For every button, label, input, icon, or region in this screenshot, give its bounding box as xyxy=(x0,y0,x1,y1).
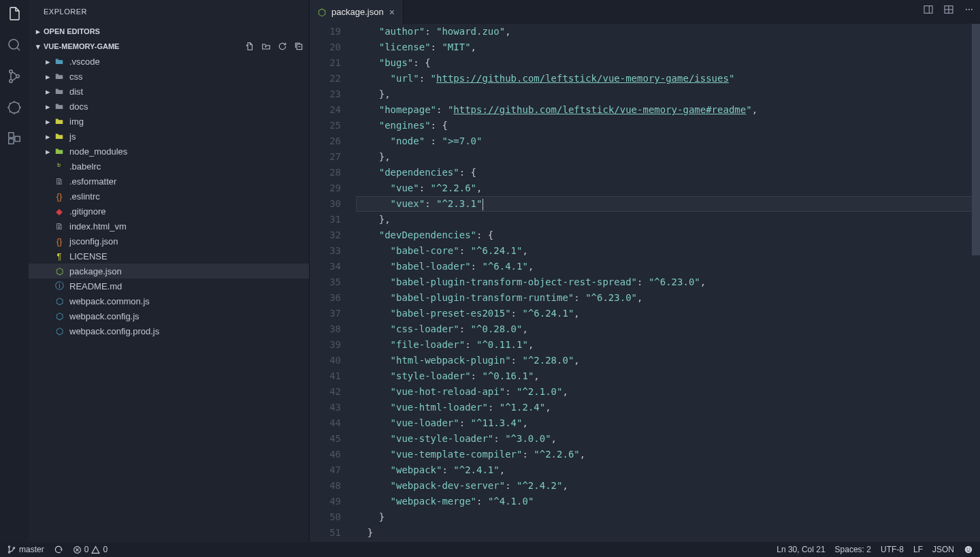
folder-icon xyxy=(53,101,65,111)
editor-area: ⬡ package.json × 19202122232425262728293… xyxy=(310,0,980,557)
problems-indicator[interactable]: 0 0 xyxy=(73,545,108,554)
file-icon: ⬡ xyxy=(53,296,65,306)
svg-point-16 xyxy=(13,547,14,549)
open-editors-section[interactable]: ▸ OPEN EDITORS xyxy=(29,24,309,39)
folder-node_modules[interactable]: ▸node_modules xyxy=(29,144,309,159)
file-icon: ◆ xyxy=(53,206,65,217)
svg-rect-6 xyxy=(9,139,14,144)
eol-status[interactable]: LF xyxy=(913,545,923,554)
folder-icon xyxy=(53,116,65,126)
folder-icon xyxy=(53,86,65,96)
file-webpack.common.js[interactable]: ⬡webpack.common.js xyxy=(29,293,309,308)
git-branch[interactable]: master xyxy=(7,545,44,554)
tab-package-json[interactable]: ⬡ package.json × xyxy=(310,0,404,24)
indent-status[interactable]: Spaces: 2 xyxy=(835,545,871,554)
new-file-icon[interactable] xyxy=(245,42,255,51)
file-webpack.config.js[interactable]: ⬡webpack.config.js xyxy=(29,308,309,323)
feedback-icon[interactable] xyxy=(964,545,973,554)
file-.esformatter[interactable]: 🗎.esformatter xyxy=(29,174,309,189)
svg-point-19 xyxy=(967,548,968,549)
file-label: jsconfig.json xyxy=(69,236,118,246)
explorer-title: EXPLORER xyxy=(29,0,309,24)
branch-name: master xyxy=(19,545,44,554)
new-folder-icon[interactable] xyxy=(261,42,271,51)
extensions-icon[interactable] xyxy=(7,131,22,146)
file-label: .babelrc xyxy=(69,161,101,172)
layout-icon[interactable] xyxy=(943,4,954,15)
code-editor[interactable]: 1920212223242526272829303132333435363738… xyxy=(310,24,980,557)
error-count: 0 xyxy=(84,545,89,554)
folder-label: docs xyxy=(69,101,88,112)
open-editors-label: OPEN EDITORS xyxy=(44,27,100,35)
file-.babelrc[interactable]: ᵇ.babelrc xyxy=(29,159,309,174)
project-section[interactable]: ▾ VUE-MEMORY-GAME xyxy=(29,39,309,54)
file-icon: 🗎 xyxy=(53,221,65,232)
chevron-right-icon: ▸ xyxy=(44,86,52,97)
file-label: README.md xyxy=(69,281,122,291)
file-icon: ⬡ xyxy=(53,326,65,336)
file-icon: ¶ xyxy=(53,251,65,261)
json-icon: ⬡ xyxy=(318,7,326,18)
editor-scrollbar[interactable] xyxy=(972,24,980,557)
chevron-right-icon: ▸ xyxy=(44,146,52,157)
folder-label: .vscode xyxy=(69,57,100,67)
cursor-position[interactable]: Ln 30, Col 21 xyxy=(777,545,825,554)
file-label: webpack.common.js xyxy=(69,296,150,306)
chevron-right-icon: ▸ xyxy=(44,131,52,142)
svg-point-13 xyxy=(971,9,973,10)
file-label: webpack.config.js xyxy=(69,311,140,321)
debug-icon[interactable] xyxy=(6,99,22,116)
file-.eslintrc[interactable]: {}.eslintrc xyxy=(29,189,309,204)
folder-img[interactable]: ▸img xyxy=(29,114,309,129)
close-icon[interactable]: × xyxy=(389,7,395,18)
svg-point-18 xyxy=(965,546,973,554)
file-label: package.json xyxy=(69,266,122,276)
svg-point-3 xyxy=(16,75,19,78)
warning-count: 0 xyxy=(103,545,108,554)
svg-point-14 xyxy=(8,546,10,547)
chevron-right-icon: ▸ xyxy=(34,27,42,36)
file-label: .eslintrc xyxy=(69,191,100,202)
folder-dist[interactable]: ▸dist xyxy=(29,84,309,99)
file-LICENSE[interactable]: ¶LICENSE xyxy=(29,249,309,264)
file-icon: ⬡ xyxy=(53,311,65,321)
file-index.html_vm[interactable]: 🗎index.html_vm xyxy=(29,219,309,234)
folder-.vscode[interactable]: ▸.vscode xyxy=(29,54,309,69)
chevron-right-icon: ▸ xyxy=(44,71,52,82)
folder-css[interactable]: ▸css xyxy=(29,69,309,84)
file-icon: {} xyxy=(53,236,65,246)
file-.gitignore[interactable]: ◆.gitignore xyxy=(29,204,309,219)
folder-icon xyxy=(53,146,65,156)
svg-point-0 xyxy=(9,39,18,49)
refresh-icon[interactable] xyxy=(278,42,287,51)
svg-point-20 xyxy=(969,548,970,549)
git-sync-icon[interactable] xyxy=(54,545,63,554)
chevron-right-icon: ▸ xyxy=(44,116,52,127)
folder-label: img xyxy=(69,116,84,127)
tab-label: package.json xyxy=(331,7,384,17)
code-lines[interactable]: "author": "howard.zuo", "license": "MIT"… xyxy=(356,24,980,557)
folder-docs[interactable]: ▸docs xyxy=(29,99,309,114)
file-README.md[interactable]: ⓘREADME.md xyxy=(29,278,309,293)
encoding-status[interactable]: UTF-8 xyxy=(881,545,904,554)
svg-point-12 xyxy=(968,9,970,10)
folder-js[interactable]: ▸js xyxy=(29,129,309,144)
folder-label: css xyxy=(69,71,83,82)
svg-point-11 xyxy=(966,9,967,10)
file-jsconfig.json[interactable]: {}jsconfig.json xyxy=(29,234,309,249)
scm-icon[interactable] xyxy=(6,68,22,84)
file-label: index.html_vm xyxy=(69,221,127,232)
scroll-thumb[interactable] xyxy=(972,24,980,255)
more-icon[interactable] xyxy=(964,4,975,15)
explorer-panel: EXPLORER ▸ OPEN EDITORS ▾ VUE-MEMORY-GAM… xyxy=(29,0,310,557)
file-package.json[interactable]: ⬡package.json xyxy=(29,264,309,278)
explorer-icon[interactable] xyxy=(6,5,22,22)
file-webpack.config.prod.js[interactable]: ⬡webpack.config.prod.js xyxy=(29,323,309,338)
file-label: .esformatter xyxy=(69,176,116,187)
svg-point-15 xyxy=(8,552,10,553)
collapse-all-icon[interactable] xyxy=(294,42,304,51)
search-icon[interactable] xyxy=(6,37,22,53)
language-status[interactable]: JSON xyxy=(932,545,954,554)
folder-label: dist xyxy=(69,86,83,97)
split-right-icon[interactable] xyxy=(923,4,934,15)
